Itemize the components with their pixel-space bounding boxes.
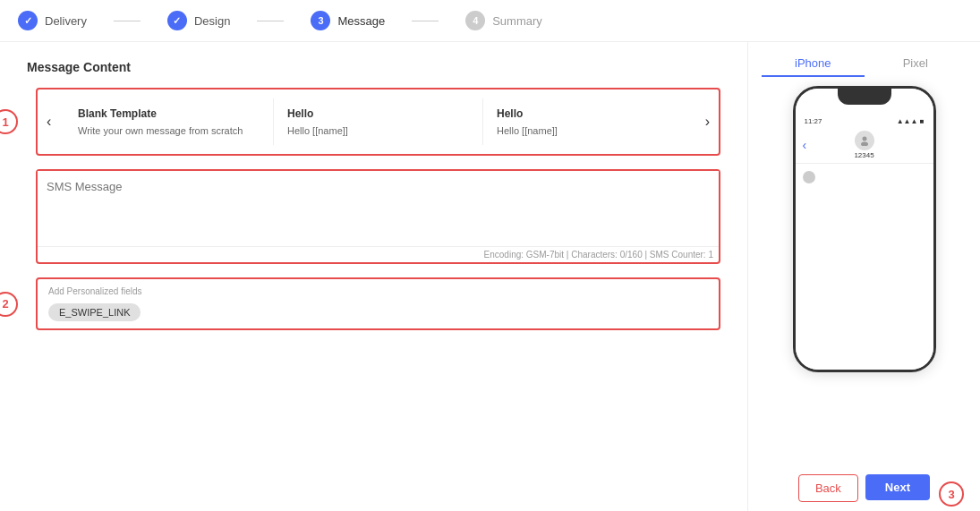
phone-notch (838, 89, 891, 105)
template-title-2: Hello (497, 107, 678, 120)
step-message-label: Message (337, 14, 385, 28)
encoding-info: Encoding: GSM-7bit | Characters: 0/160 |… (38, 246, 719, 262)
svg-point-1 (861, 142, 868, 147)
stepper: ✓ Delivery ✓ Design 3 Message 4 Summary (0, 0, 980, 42)
personalized-label: Add Personalized fields (48, 286, 708, 296)
sms-section-wrapper: Encoding: GSM-7bit | Characters: 0/160 |… (27, 169, 720, 264)
phone-status-bar: 11:27 ▲▲▲ ■ (796, 115, 933, 127)
sms-textarea[interactable] (38, 171, 719, 243)
main-content: Message Content 1 ‹ Blank Template Write… (0, 42, 980, 511)
step-delivery[interactable]: ✓ Delivery (18, 11, 87, 30)
step-message[interactable]: 3 Message (311, 11, 385, 30)
template-items: Blank Template Write your own message fr… (64, 98, 692, 145)
template-body-2: Hello [[name]] (497, 125, 678, 136)
template-section-wrapper: 1 ‹ Blank Template Write your own messag… (27, 88, 720, 156)
back-button[interactable]: Back (798, 474, 858, 502)
step-divider-3 (412, 21, 439, 21)
step-summary-circle: 4 (465, 11, 485, 30)
template-body-0: Write your own message from scratch (78, 125, 260, 136)
phone-screen: 11:27 ▲▲▲ ■ ‹ 12345 (796, 89, 933, 370)
phone-mockup: 11:27 ▲▲▲ ■ ‹ 12345 (793, 86, 936, 372)
template-title-1: Hello (287, 107, 469, 120)
template-item-1[interactable]: Hello Hello [[name]] (274, 98, 483, 145)
template-item-2[interactable]: Hello Hello [[name]] (483, 98, 692, 145)
phone-time: 11:27 (805, 117, 822, 125)
step-design[interactable]: ✓ Design (167, 11, 230, 30)
step-delivery-circle: ✓ (18, 11, 38, 30)
bottom-buttons: Back Next 3 (798, 465, 930, 502)
template-item-0[interactable]: Blank Template Write your own message fr… (64, 98, 274, 145)
step-message-circle: 3 (311, 11, 330, 30)
callout-1: 1 (0, 109, 18, 134)
step-delivery-label: Delivery (45, 14, 87, 28)
phone-contact: 12345 (854, 131, 873, 159)
step-summary[interactable]: 4 Summary (465, 11, 542, 30)
carousel-prev-button[interactable]: ‹ (42, 109, 55, 134)
callout-3: 3 (939, 481, 964, 507)
phone-back-button: ‹ (803, 138, 807, 152)
phone-avatar (855, 131, 874, 150)
tab-iphone[interactable]: iPhone (762, 51, 865, 77)
phone-signal: ▲▲▲ ■ (897, 117, 925, 125)
right-panel: iPhone Pixel 11:27 ▲▲▲ ■ ‹ (747, 42, 980, 511)
personalized-section-wrapper: 2 Add Personalized fields E_SWIPE_LINK (27, 277, 720, 330)
carousel-next-button[interactable]: › (701, 109, 714, 134)
tab-pixel[interactable]: Pixel (865, 51, 967, 77)
next-button-wrapper: Next 3 (865, 474, 930, 502)
step-design-circle: ✓ (167, 11, 187, 30)
template-title-0: Blank Template (78, 107, 260, 120)
phone-bubble-avatar (803, 171, 815, 183)
callout-2: 2 (0, 292, 18, 317)
phone-header: ‹ 12345 (796, 127, 933, 164)
phone-message-area (796, 164, 933, 191)
device-tabs: iPhone Pixel (762, 51, 967, 77)
step-summary-label: Summary (492, 14, 542, 28)
phone-contact-name: 12345 (854, 151, 873, 159)
step-design-label: Design (194, 14, 230, 28)
svg-point-0 (862, 137, 866, 141)
template-body-1: Hello [[name]] (287, 125, 469, 136)
next-button[interactable]: Next (865, 474, 930, 500)
sms-area: Encoding: GSM-7bit | Characters: 0/160 |… (36, 169, 720, 264)
step-divider-1 (114, 21, 141, 21)
personalized-section: Add Personalized fields E_SWIPE_LINK (36, 277, 720, 330)
step-divider-2 (257, 21, 284, 21)
section-title: Message Content (27, 60, 720, 74)
personalized-tag-0[interactable]: E_SWIPE_LINK (48, 303, 141, 321)
template-carousel: ‹ Blank Template Write your own message … (36, 88, 720, 156)
left-panel: Message Content 1 ‹ Blank Template Write… (0, 42, 747, 511)
